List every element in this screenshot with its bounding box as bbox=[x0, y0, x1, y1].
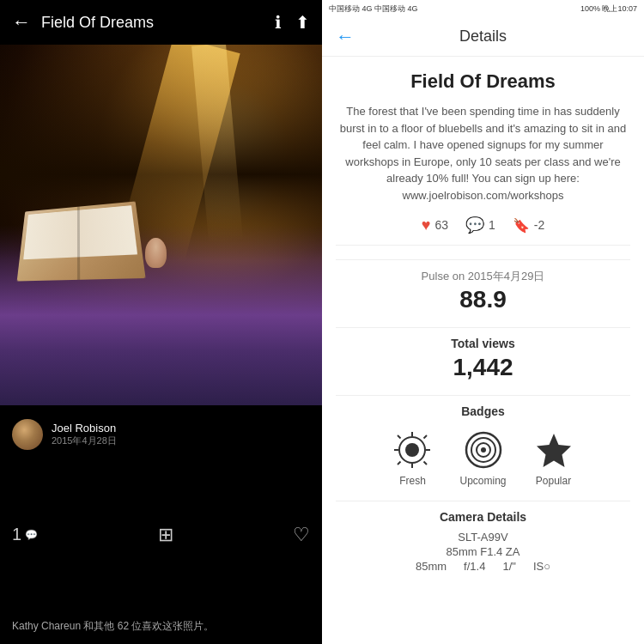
author-date: 2015年4月28日 bbox=[52, 434, 117, 447]
fresh-badge-icon bbox=[391, 428, 434, 471]
add-icon[interactable]: ⊞ bbox=[158, 524, 173, 546]
svg-point-0 bbox=[405, 443, 419, 457]
add-action[interactable]: ⊞ bbox=[158, 524, 173, 546]
divider-1 bbox=[336, 259, 630, 260]
svg-point-13 bbox=[481, 447, 486, 453]
camera-details-row: 85mm f/1.4 1/" IS○ bbox=[336, 560, 630, 573]
camera-focal: 85mm bbox=[416, 560, 447, 573]
views-label: Total views bbox=[336, 337, 630, 350]
svg-line-7 bbox=[424, 435, 428, 439]
details-description: The forest that I've been spending time … bbox=[336, 103, 630, 204]
details-title: Details bbox=[363, 27, 603, 46]
pulse-value: 88.9 bbox=[336, 286, 630, 313]
status-right: 100% 晚上10:07 bbox=[580, 3, 637, 15]
likes-text: Kathy Chareun 和其他 62 位喜欢这张照片。 bbox=[12, 616, 310, 637]
like-icon[interactable]: ♡ bbox=[293, 524, 310, 546]
svg-marker-14 bbox=[537, 434, 571, 467]
page-title: Field Of Dreams bbox=[41, 14, 261, 32]
photo-container bbox=[0, 45, 322, 405]
divider-3 bbox=[336, 395, 630, 396]
camera-iso: IS○ bbox=[533, 560, 550, 573]
fresh-label: Fresh bbox=[399, 475, 426, 487]
stats-row: ♥ 63 💬 1 🔖 -2 bbox=[336, 216, 630, 246]
upcoming-badge-icon bbox=[462, 428, 505, 471]
upcoming-badge: Upcoming bbox=[459, 428, 506, 487]
svg-line-8 bbox=[398, 462, 401, 465]
right-header: ← Details bbox=[322, 17, 644, 57]
comment-count: 1 bbox=[12, 525, 21, 544]
details-content: Field Of Dreams The forest that I've bee… bbox=[322, 57, 644, 644]
bookmarks-count: -2 bbox=[534, 218, 544, 232]
divider-4 bbox=[336, 501, 630, 501]
camera-section: Camera Details SLT-A99V 85mm F1.4 ZA 85m… bbox=[336, 510, 630, 573]
pulse-label: Pulse on 2015年4月29日 bbox=[336, 269, 630, 284]
camera-shutter: 1/" bbox=[502, 560, 515, 573]
left-panel: ← Field Of Dreams ℹ ⬆ Joel Robison bbox=[0, 0, 322, 644]
details-photo-title: Field Of Dreams bbox=[336, 70, 630, 93]
status-left: 中国移动 4G 中国移动 4G bbox=[329, 3, 418, 15]
comment-stat-icon: 💬 bbox=[465, 216, 484, 234]
like-action[interactable]: ♡ bbox=[293, 524, 310, 546]
action-bar: 1 💬 ⊞ ♡ bbox=[12, 519, 310, 551]
author-name: Joel Robison bbox=[52, 422, 117, 434]
camera-model: SLT-A99V bbox=[336, 531, 630, 544]
badges-section: Badges bbox=[336, 404, 630, 487]
upcoming-label: Upcoming bbox=[459, 475, 506, 487]
badges-title: Badges bbox=[336, 404, 630, 418]
bookmarks-stat: 🔖 -2 bbox=[513, 216, 544, 234]
comments-count: 1 bbox=[489, 218, 495, 232]
details-back-icon[interactable]: ← bbox=[336, 26, 355, 48]
status-bar: 中国移动 4G 中国移动 4G 100% 晚上10:07 bbox=[322, 0, 644, 17]
heart-icon: ♥ bbox=[422, 216, 431, 234]
author-row: Joel Robison 2015年4月28日 bbox=[12, 412, 310, 453]
likes-count: 63 bbox=[434, 218, 448, 232]
camera-lens: 85mm F1.4 ZA bbox=[336, 545, 630, 558]
back-icon[interactable]: ← bbox=[12, 11, 31, 33]
photo-bottom: Joel Robison 2015年4月28日 1 💬 ⊞ ♡ Kathy Ch… bbox=[0, 405, 322, 644]
bookmark-icon: 🔖 bbox=[513, 217, 530, 234]
camera-title: Camera Details bbox=[336, 510, 630, 524]
views-section: Total views 1,442 bbox=[336, 337, 630, 381]
right-panel: 中国移动 4G 中国移动 4G 100% 晚上10:07 ← Details F… bbox=[322, 0, 644, 644]
popular-badge: Popular bbox=[532, 428, 575, 487]
fresh-badge: Fresh bbox=[391, 428, 434, 487]
share-icon[interactable]: ⬆ bbox=[295, 12, 310, 33]
comment-icon[interactable]: 💬 bbox=[25, 529, 38, 541]
popular-label: Popular bbox=[536, 475, 571, 487]
svg-line-9 bbox=[424, 462, 428, 465]
comment-action[interactable]: 1 💬 bbox=[12, 525, 38, 544]
author-info: Joel Robison 2015年4月28日 bbox=[52, 422, 117, 447]
comments-stat: 💬 1 bbox=[465, 216, 495, 234]
badges-row: Fresh Upcoming bbox=[336, 428, 630, 487]
avatar bbox=[12, 419, 43, 450]
info-icon[interactable]: ℹ bbox=[275, 12, 282, 33]
likes-stat: ♥ 63 bbox=[422, 216, 448, 234]
camera-aperture: f/1.4 bbox=[464, 560, 485, 573]
left-header: ← Field Of Dreams ℹ ⬆ bbox=[0, 0, 322, 45]
divider-2 bbox=[336, 327, 630, 328]
svg-line-6 bbox=[398, 435, 401, 439]
views-value: 1,442 bbox=[336, 354, 630, 381]
popular-badge-icon bbox=[532, 428, 575, 471]
pulse-section: Pulse on 2015年4月29日 88.9 bbox=[336, 269, 630, 313]
